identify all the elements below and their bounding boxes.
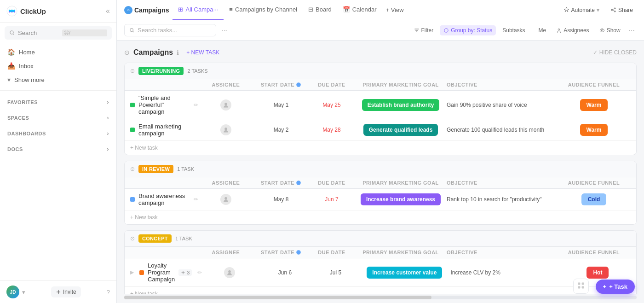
start-date-cell: May 2	[253, 127, 309, 133]
add-task-fab-button[interactable]: + + Task	[596, 280, 635, 294]
sidebar-item-home[interactable]: 🏠 Home	[0, 45, 116, 59]
search-tasks-input[interactable]: Search tasks...	[124, 24, 216, 36]
me-filter-button[interactable]: Me	[535, 25, 550, 35]
col-headers-live: ASSIGNEE START DATE DUE DATE PRIMARY MAR…	[125, 79, 636, 91]
group-header-live: ⊙ LIVE/RUNNING 2 TASKS	[125, 63, 636, 79]
objective-cell: Gain 90% positive share of voice	[447, 102, 557, 108]
show-button[interactable]: Show	[596, 25, 624, 35]
svg-point-15	[229, 270, 231, 273]
col-header-name	[130, 250, 198, 255]
sidebar-item-show-more[interactable]: ▾ Show more	[0, 73, 116, 87]
assignee-cell	[198, 124, 253, 135]
share-button[interactable]: Share	[607, 5, 637, 15]
avatar	[224, 267, 235, 278]
spaces-chevron-icon: ›	[107, 115, 109, 121]
logo-text: ClickUp	[20, 7, 46, 15]
sidebar-section-dashboards[interactable]: DASHBOARDS ›	[0, 128, 116, 140]
group-collapse-concept-icon[interactable]: ⊙	[130, 235, 135, 242]
automate-button[interactable]: Automate ▾	[560, 5, 603, 15]
hide-closed-button[interactable]: ✓ HIDE CLOSED	[593, 49, 637, 56]
objective-cell: Increase CLV by 2%	[450, 269, 561, 276]
new-task-row-review[interactable]: + New task	[125, 210, 636, 224]
edit-icon[interactable]: ✏	[197, 269, 202, 276]
col-header-goal-concept: PRIMARY MARKETING GOAL	[355, 250, 447, 255]
new-task-button[interactable]: + NEW TASK	[183, 48, 223, 57]
campaigns-nav-icon: ○	[124, 6, 132, 14]
sidebar-section-docs[interactable]: DOCS ›	[0, 143, 116, 155]
avatar-chevron-icon[interactable]: ▾	[22, 289, 25, 296]
subtasks-button[interactable]: Subtasks	[499, 25, 529, 35]
scrollbar-thumb[interactable]	[124, 296, 431, 299]
edit-icon[interactable]: ✏	[194, 196, 198, 203]
more-options-button[interactable]: ···	[220, 24, 230, 36]
edit-icon[interactable]: ✏	[194, 102, 198, 108]
collapse-sidebar-button[interactable]: «	[106, 7, 110, 15]
objective-cell: Generate 100 qualified leads this month	[447, 127, 557, 133]
favorites-chevron-icon: ›	[107, 99, 109, 105]
funnel-badge: Warm	[580, 99, 608, 111]
sidebar-item-inbox[interactable]: 📥 Inbox	[0, 59, 116, 73]
group-live-running: ⊙ LIVE/RUNNING 2 TASKS ASSIGNEE START DA…	[124, 63, 637, 155]
avatar	[220, 99, 231, 111]
group-collapse-live-icon[interactable]: ⊙	[130, 68, 135, 74]
col-header-assignee-review: ASSIGNEE	[198, 180, 253, 186]
col-header-name	[130, 82, 198, 87]
search-icon	[9, 30, 15, 36]
start-date-cell: Jun 6	[257, 269, 312, 276]
task-name: Email marketing campaign	[138, 123, 198, 137]
content-area: ⊙ Campaigns ℹ + NEW TASK ✓ HIDE CLOSED ⊙…	[117, 41, 644, 294]
apps-grid-icon	[577, 282, 585, 289]
new-task-row-concept[interactable]: + New task	[125, 287, 636, 294]
goal-cell: Generate qualified leads	[355, 124, 447, 136]
search-bar[interactable]: Search ⌘/	[5, 26, 112, 40]
new-task-row-live[interactable]: + New task	[125, 141, 636, 155]
info-icon[interactable]: ℹ	[177, 49, 179, 56]
add-view-button[interactable]: + View	[382, 5, 407, 15]
inbox-icon: 📥	[7, 62, 15, 70]
svg-point-0	[7, 6, 17, 16]
group-by-button[interactable]: Group by: Status	[440, 25, 496, 35]
status-badge-live: LIVE/RUNNING	[138, 67, 184, 75]
status-badge-review: IN REVIEW	[138, 165, 173, 173]
group-collapse-review-icon[interactable]: ⊙	[130, 166, 135, 172]
task-color-indicator	[130, 197, 135, 202]
campaigns-collapse-button[interactable]: ⊙	[124, 49, 130, 56]
col-header-startdate-concept: START DATE	[253, 250, 309, 255]
start-date-cell: May 8	[253, 196, 309, 203]
col-header-goal-live: PRIMARY MARKETING GOAL	[355, 82, 447, 87]
filter-button[interactable]: Filter	[410, 25, 437, 35]
docs-chevron-icon: ›	[107, 146, 109, 152]
home-icon: 🏠	[7, 48, 15, 56]
group-header-concept: ⊙ CONCEPT 1 TASK	[125, 231, 636, 247]
svg-rect-19	[582, 286, 584, 289]
toolbar-separator	[532, 26, 532, 35]
task-count-concept: 1 TASK	[175, 236, 192, 241]
sidebar-section-spaces[interactable]: SPACES ›	[0, 112, 116, 124]
funnel-cell: Warm	[557, 124, 631, 136]
apps-fab-button[interactable]	[573, 279, 589, 294]
col-headers-review: ASSIGNEE START DATE DUE DATE PRIMARY MAR…	[125, 177, 636, 189]
sidebar-section-favorites[interactable]: FAVORITES ›	[0, 96, 116, 108]
tab-all-campaigns[interactable]: ⊞ All Campa···	[172, 0, 224, 20]
chevron-down-icon: ▾	[7, 76, 11, 83]
search-shortcut: ⌘/	[62, 29, 107, 36]
tab-channel-icon: ≡	[229, 6, 233, 13]
col-header-objective-concept: OBJECTIVE	[447, 250, 557, 255]
subtask-count-badge: 3	[178, 269, 192, 276]
help-icon[interactable]: ?	[107, 289, 110, 296]
top-nav: ○ Campaigns ⊞ All Campa··· ≡ Campaigns b…	[117, 0, 644, 20]
tab-campaigns-by-channel[interactable]: ≡ Campaigns by Channel	[224, 0, 303, 20]
search-tasks-icon	[129, 28, 135, 33]
tab-board[interactable]: ⊟ Board	[303, 0, 337, 20]
task-count-review: 1 TASK	[177, 166, 194, 172]
invite-button[interactable]: Invite	[51, 286, 81, 297]
tab-calendar[interactable]: 📅 Calendar	[337, 0, 382, 20]
assignees-button[interactable]: Assignees	[552, 25, 592, 35]
start-date-sort-icon3	[296, 250, 301, 255]
group-icon	[443, 28, 449, 33]
svg-rect-18	[578, 286, 581, 289]
avatar: JD	[6, 286, 19, 298]
toolbar-more-button[interactable]: ···	[627, 24, 637, 36]
horizontal-scrollbar[interactable]	[117, 294, 644, 303]
expand-subtasks-button[interactable]: ▶	[130, 269, 134, 275]
